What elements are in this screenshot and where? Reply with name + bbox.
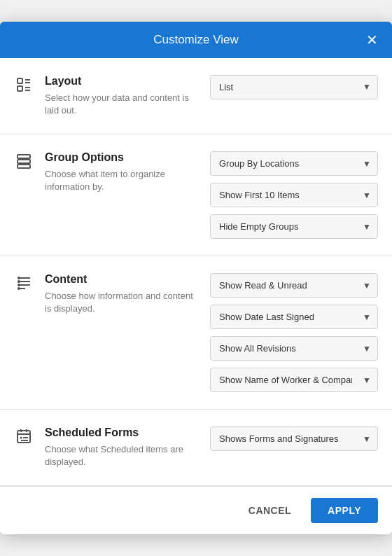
apply-button[interactable]: APPLY — [311, 498, 378, 523]
group-options-info: Group Options Choose what item to organi… — [45, 151, 199, 193]
layout-controls: List Grid Table ▼ — [210, 75, 378, 99]
date-signed-dropdown[interactable]: Show Date Last Signed Hide Date Last Sig… — [210, 305, 378, 329]
svg-point-15 — [18, 284, 20, 286]
group-options-icon — [14, 153, 34, 174]
content-title: Content — [45, 273, 199, 286]
group-options-title: Group Options — [45, 151, 199, 164]
svg-point-16 — [18, 288, 20, 289]
scheduled-forms-title: Scheduled Forms — [45, 426, 199, 439]
layout-section: Layout Select how your data and content … — [0, 58, 392, 134]
revisions-dropdown-wrapper: Show All Revisions Show Latest Revision … — [210, 336, 378, 361]
group-options-section: Group Options Choose what item to organi… — [0, 134, 392, 256]
modal-title: Customize View — [153, 33, 239, 47]
hide-empty-dropdown[interactable]: Hide Empty Groups Show Empty Groups — [210, 214, 378, 239]
group-options-description: Choose what item to organize information… — [45, 168, 199, 193]
layout-description: Select how your data and content is laid… — [45, 92, 199, 117]
hide-empty-dropdown-wrapper: Hide Empty Groups Show Empty Groups ▼ — [210, 214, 378, 239]
content-section: Content Choose how information and conte… — [0, 256, 392, 410]
svg-rect-1 — [18, 86, 22, 91]
svg-rect-8 — [18, 165, 30, 168]
content-description: Choose how information and content is di… — [45, 290, 199, 315]
date-signed-dropdown-wrapper: Show Date Last Signed Hide Date Last Sig… — [210, 305, 378, 329]
layout-title: Layout — [45, 75, 199, 88]
scheduled-forms-info: Scheduled Forms Choose what Scheduled it… — [45, 426, 199, 468]
read-unread-dropdown[interactable]: Show Read & Unread Show Read Only Show U… — [210, 273, 378, 298]
content-icon — [14, 274, 34, 296]
content-info: Content Choose how information and conte… — [45, 273, 199, 315]
svg-rect-0 — [18, 78, 22, 83]
scheduled-forms-description: Choose what Scheduled items are displaye… — [45, 443, 199, 468]
group-by-dropdown[interactable]: Group By Locations Group By Category Gro… — [210, 151, 378, 176]
content-controls: Show Read & Unread Show Read Only Show U… — [210, 273, 378, 392]
scheduled-forms-section: Scheduled Forms Choose what Scheduled it… — [0, 410, 392, 486]
svg-rect-7 — [18, 160, 30, 163]
svg-point-21 — [20, 437, 22, 439]
cancel-button[interactable]: CANCEL — [237, 498, 302, 523]
layout-info: Layout Select how your data and content … — [45, 75, 199, 117]
customize-view-modal: Customize View ✕ Layout Select how your … — [0, 22, 392, 535]
show-first-dropdown[interactable]: Show First 10 Items Show First 25 Items … — [210, 183, 378, 207]
forms-signatures-dropdown[interactable]: Shows Forms and Signatures Shows Forms O… — [210, 426, 378, 451]
svg-point-13 — [18, 277, 20, 279]
worker-company-dropdown[interactable]: Show Name of Worker & Company Hide Worke… — [210, 368, 378, 392]
modal-body: Layout Select how your data and content … — [0, 58, 392, 487]
group-options-controls: Group By Locations Group By Category Gro… — [210, 151, 378, 239]
close-button[interactable]: ✕ — [363, 30, 381, 50]
svg-rect-6 — [18, 155, 30, 158]
layout-dropdown[interactable]: List Grid Table — [210, 75, 378, 99]
read-unread-dropdown-wrapper: Show Read & Unread Show Read Only Show U… — [210, 273, 378, 298]
layout-dropdown-wrapper: List Grid Table ▼ — [210, 75, 378, 99]
show-first-dropdown-wrapper: Show First 10 Items Show First 25 Items … — [210, 183, 378, 207]
scheduled-forms-controls: Shows Forms and Signatures Shows Forms O… — [210, 426, 378, 451]
modal-footer: CANCEL APPLY — [0, 486, 392, 534]
modal-header: Customize View ✕ — [0, 22, 392, 58]
revisions-dropdown[interactable]: Show All Revisions Show Latest Revision — [210, 336, 378, 361]
svg-point-14 — [18, 281, 20, 282]
forms-signatures-dropdown-wrapper: Shows Forms and Signatures Shows Forms O… — [210, 426, 378, 451]
worker-company-dropdown-wrapper: Show Name of Worker & Company Hide Worke… — [210, 368, 378, 392]
group-by-dropdown-wrapper: Group By Locations Group By Category Gro… — [210, 151, 378, 176]
layout-icon — [14, 76, 34, 97]
scheduled-forms-icon — [14, 428, 34, 449]
